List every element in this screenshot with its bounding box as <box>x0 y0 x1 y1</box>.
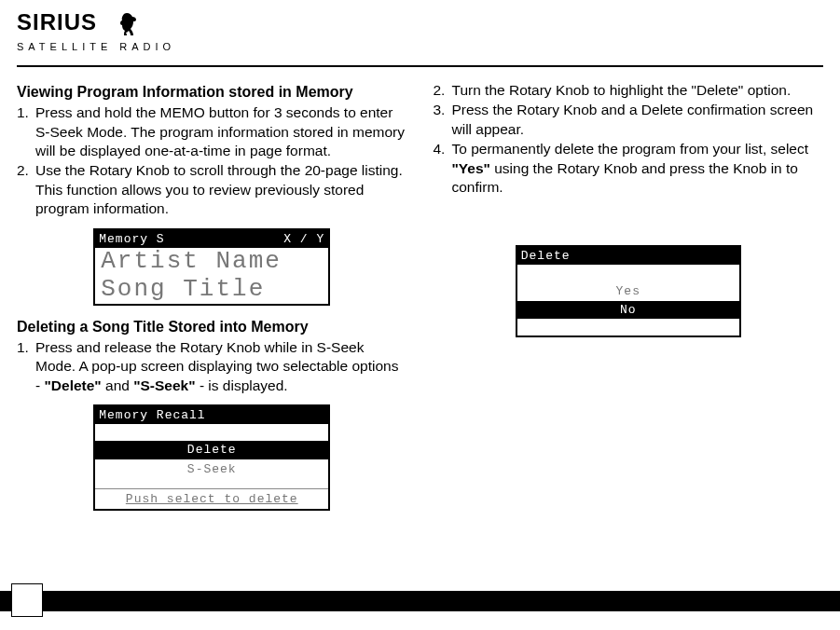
lcd-option-delete: Delete <box>95 441 328 459</box>
lcd-blank <box>517 265 739 281</box>
section-title-deleting: Deleting a Song Title Stored into Memory <box>17 317 407 336</box>
step-2r: 2. Turn the Rotary Knob to highlight the… <box>434 81 824 100</box>
lcd-blank <box>517 319 739 336</box>
header-divider <box>17 65 823 67</box>
right-column: 2. Turn the Rotary Knob to highlight the… <box>434 80 824 522</box>
lcd-title-bar: Memory Recall <box>95 406 328 424</box>
logo-subtitle: SATELLITE RADIO <box>17 41 175 52</box>
lcd-title-bar: Delete <box>517 247 739 265</box>
lcd-artist-line: Artist Name <box>95 248 328 276</box>
lcd-memory-info: Memory S X / Y Artist Name Song Title <box>93 228 330 306</box>
step-text: Use the Rotary Knob to scroll through th… <box>34 161 407 218</box>
step-2: 2. Use the Rotary Knob to scroll through… <box>17 161 407 218</box>
step-1: 1. Press and hold the MEMO button for 3 … <box>17 103 407 160</box>
footer-bar <box>0 591 840 611</box>
lcd-bar-text: Delete <box>521 248 571 264</box>
lcd-bar-text: Memory Recall <box>99 407 205 423</box>
step-3r: 3. Press the Rotary Knob and a Delete co… <box>434 101 824 139</box>
lcd-delete-confirm: Delete Yes No <box>516 245 741 337</box>
step-text: Press the Rotary Knob and a Delete confi… <box>450 101 824 139</box>
lcd-hint: Push select to delete <box>95 488 328 509</box>
section-title-viewing: Viewing Program Information stored in Me… <box>17 82 407 102</box>
lcd-bar-right: X / Y <box>283 231 324 247</box>
lcd-option-yes: Yes <box>517 281 739 301</box>
step-number: 2. <box>434 81 450 100</box>
left-column: Viewing Program Information stored in Me… <box>17 80 407 522</box>
step-1b: 1. Press and release the Rotary Knob whi… <box>17 338 407 395</box>
lcd-bar-left: Memory S <box>99 231 164 247</box>
lcd-blank <box>95 479 328 488</box>
lcd-song-line: Song Title <box>95 276 328 304</box>
lcd-blank <box>95 424 328 441</box>
step-text: Press and release the Rotary Knob while … <box>34 338 407 395</box>
lcd-option-sseek: S-Seek <box>95 459 328 479</box>
lcd-memory-recall: Memory Recall Delete S-Seek Push select … <box>93 404 330 511</box>
step-text: Press and hold the MEMO button for 3 sec… <box>34 103 407 160</box>
lcd-title-bar: Memory S X / Y <box>95 230 328 248</box>
step-number: 1. <box>17 338 34 395</box>
brand-logo: SIRIUS SATELLITE RADIO <box>17 9 823 52</box>
lcd-option-no: No <box>517 301 739 319</box>
step-4r: 4. To permanently delete the program fro… <box>434 140 824 197</box>
step-number: 2. <box>17 161 34 218</box>
step-number: 4. <box>434 140 450 197</box>
page-number-box <box>11 583 43 617</box>
sirius-logo: SIRIUS <box>17 9 157 43</box>
logo-text: SIRIUS <box>17 9 97 34</box>
step-number: 3. <box>434 101 450 139</box>
step-text: To permanently delete the program from y… <box>450 140 824 197</box>
step-text: Turn the Rotary Knob to highlight the "D… <box>450 81 824 100</box>
step-number: 1. <box>17 103 34 160</box>
